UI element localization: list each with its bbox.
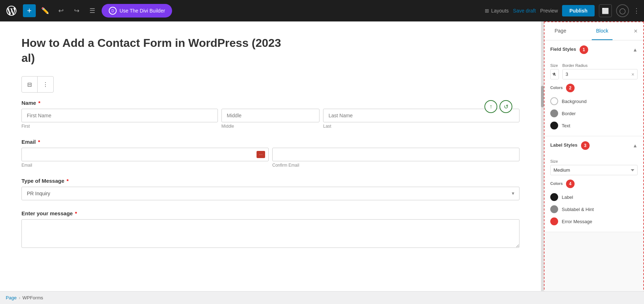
step-badge-4: 4 [566,180,575,188]
message-section: Enter your message * [21,210,519,249]
size-select[interactable]: Medium Small Large [550,69,559,79]
border-color-name: Border [562,111,576,116]
middle-name-input[interactable] [221,109,319,122]
name-label: Name * [21,100,519,106]
sublabel-color-row[interactable]: Sublabel & Hint [550,203,638,215]
name-required-star: * [38,100,40,106]
confirm-email-sublabel: Confirm Email [272,163,519,168]
vertical-scrollbar[interactable] [541,21,544,304]
name-section: Name * First Middle Last [21,100,519,129]
tab-page[interactable]: Page [550,22,571,40]
divi-builder-button[interactable]: D Use The Divi Builder [102,4,172,18]
toggle-sidebar-button[interactable]: ⬜ [599,4,612,17]
edit-icon-button[interactable]: ✏️ [39,4,52,17]
undo-button[interactable]: ↩ [54,4,67,17]
label-size-group: Size Medium Small Large [550,159,638,175]
toolbar-right: ⊞ Layouts Save draft Preview Publish ⬜ ◯… [485,4,640,17]
text-color-row[interactable]: Text [550,119,638,132]
redo-button[interactable]: ↪ [70,4,83,17]
main-layout: How to Add a Contact Form in WordPress (… [0,21,644,304]
field-colors-label: Colors 2 [550,84,638,92]
scrollbar-thumb[interactable] [541,86,544,107]
publish-button[interactable]: Publish [562,5,595,16]
message-type-label: Type of Message * [21,178,519,184]
field-styles-content: Size Medium Small Large Border Radius [545,59,643,136]
text-color-swatch [550,122,558,129]
confirm-email-field-group: Confirm Email [272,148,519,168]
panel-close-button[interactable]: × [634,28,638,35]
message-type-required-star: * [67,178,69,184]
border-radius-input[interactable] [563,69,629,79]
name-fields: First Middle Last [21,109,519,129]
error-color-swatch [550,217,558,225]
breadcrumb-current: WPForms [23,295,43,300]
first-name-sublabel: First [21,124,218,129]
block-icon-button[interactable]: ⊟ [22,77,38,92]
message-textarea[interactable] [21,219,519,248]
panel-body: Field Styles 1 ▲ Size Medium Small La [545,40,643,303]
wp-logo[interactable] [4,4,19,18]
label-color-swatch [550,193,558,201]
divi-icon: D [109,7,117,15]
size-border-row: Size Medium Small Large Border Radius [550,63,638,79]
breadcrumb-page[interactable]: Page [6,295,16,300]
list-view-button[interactable]: ☰ [86,4,99,17]
label-colors-label: Colors 4 [550,180,638,188]
step-badge-3: 3 [581,141,590,150]
label-size-select[interactable]: Medium Small Large [550,165,638,175]
page-title: How to Add a Contact Form in WordPress (… [21,36,519,65]
form-icon-green1[interactable]: ↑ [484,100,497,113]
first-name-group: First [21,109,218,129]
first-name-input[interactable] [21,109,218,122]
middle-name-sublabel: Middle [221,124,319,129]
border-radius-clear-button[interactable]: × [629,72,637,77]
email-input[interactable] [21,148,269,161]
border-color-row[interactable]: Border [550,107,638,119]
form-icon-green2[interactable]: ↺ [499,100,512,113]
form-icons: ↑ ↺ [484,100,512,113]
email-field-group: ⋯ Email [21,148,269,168]
profile-button[interactable]: ◯ [616,4,629,17]
label-styles-header[interactable]: Label Styles 3 ▲ [545,136,643,155]
more-options-button[interactable]: ⋮ [633,7,640,15]
field-styles-toggle-icon: ▲ [633,47,638,53]
field-styles-title: Field Styles 1 [550,45,588,54]
sublabel-color-name: Sublabel & Hint [562,207,594,212]
add-block-button[interactable]: + [23,4,36,17]
block-options-button[interactable]: ⋮ [38,77,53,92]
content-area: How to Add a Contact Form in WordPress (… [0,21,541,304]
last-name-sublabel: Last [323,124,519,129]
layouts-button[interactable]: ⊞ Layouts [485,8,509,14]
confirm-email-input[interactable] [272,148,519,161]
block-toolbar: ⊟ ⋮ [21,76,54,93]
field-styles-header[interactable]: Field Styles 1 ▲ [545,40,643,59]
preview-button[interactable]: Preview [540,8,558,14]
field-styles-section: Field Styles 1 ▲ Size Medium Small La [545,40,643,136]
label-color-name: Label [562,195,573,200]
message-type-section: Type of Message * PR Inquiry General Que… [21,178,519,200]
label-size-row: Size Medium Small Large [550,159,638,175]
save-draft-button[interactable]: Save draft [513,8,536,14]
email-input-wrapper: ⋯ [21,148,269,161]
label-styles-section: Label Styles 3 ▲ Size Medium Small La [545,136,643,232]
breadcrumb-separator: › [19,295,20,300]
message-type-dropdown-wrapper: PR Inquiry General Question Support ▼ [21,187,519,200]
label-color-row[interactable]: Label [550,191,638,203]
background-color-row[interactable]: Background [550,95,638,107]
border-radius-input-wrapper: × [562,69,638,79]
middle-name-group: Middle [221,109,319,129]
size-group: Size Medium Small Large [550,63,559,79]
email-sublabel: Email [21,163,269,168]
label-styles-title: Label Styles 3 [550,141,590,150]
step-badge-1: 1 [580,45,588,54]
border-color-swatch [550,109,558,117]
message-label: Enter your message * [21,210,519,216]
label-styles-content: Size Medium Small Large Colors 4 [545,155,643,232]
tab-block[interactable]: Block [592,22,613,40]
size-label: Size [550,63,559,68]
background-color-name: Background [562,99,586,104]
message-type-select[interactable]: PR Inquiry General Question Support [21,187,519,200]
email-label: Email * [21,139,519,145]
text-color-name: Text [562,123,570,128]
error-color-row[interactable]: Error Message [550,215,638,227]
